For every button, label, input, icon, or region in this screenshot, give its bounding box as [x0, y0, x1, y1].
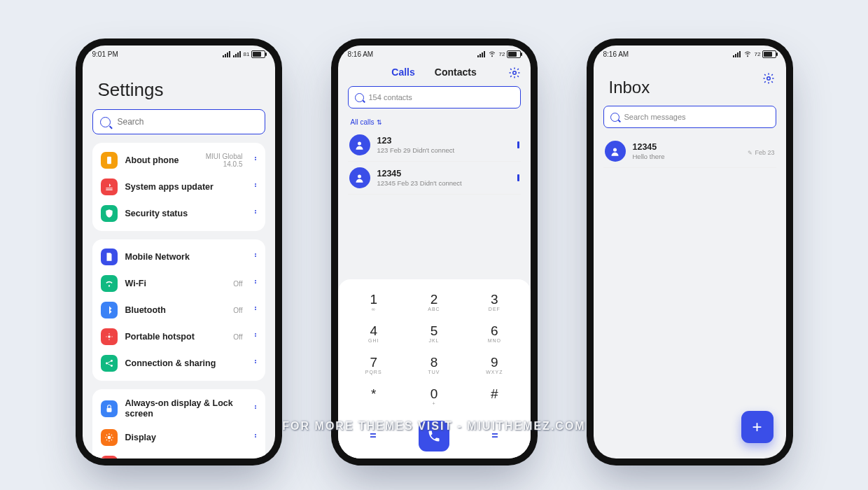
svg-point-4 — [111, 365, 113, 367]
draft-icon: ✎ — [748, 150, 752, 156]
search-icon — [610, 113, 620, 122]
status-bar: 9:01 PM 81 — [83, 46, 275, 62]
chevron-icon — [255, 360, 257, 367]
dialpad-key[interactable]: 2ABC — [404, 288, 464, 316]
call-button[interactable] — [419, 421, 449, 451]
phone-inbox: 8:16 AM 72 Inbox Search messages — [587, 38, 793, 465]
dialpad-key[interactable]: 0+ — [404, 382, 464, 411]
battery-icon: 72 — [499, 50, 521, 58]
signal-icon — [223, 51, 230, 57]
chevron-icon — [255, 405, 257, 412]
contacts-search[interactable]: 154 contacts — [348, 86, 521, 108]
signal-icon — [477, 51, 485, 57]
chevron-icon — [255, 157, 257, 164]
settings-row[interactable]: Wi-Fi Off — [92, 270, 265, 297]
call-item[interactable]: 123 123 Feb 29 Didn't connect — [348, 129, 521, 162]
settings-row[interactable]: Display — [92, 424, 265, 451]
svg-point-3 — [111, 360, 113, 362]
tab-contacts[interactable]: Contacts — [435, 66, 477, 78]
dialpad-key[interactable]: 7PQRS — [344, 351, 404, 379]
chevron-icon — [255, 253, 257, 260]
row-meta: Off — [233, 333, 242, 341]
search-icon — [355, 93, 364, 102]
sim-slot-2[interactable]: = — [481, 430, 509, 442]
compose-button[interactable]: + — [741, 411, 774, 443]
row-label: Bluetooth — [125, 305, 226, 316]
svg-point-1 — [108, 335, 111, 338]
settings-row[interactable]: Bluetooth Off — [92, 297, 265, 323]
gear-icon[interactable] — [762, 72, 775, 88]
msg-preview: Hello there — [633, 153, 741, 160]
search-input[interactable] — [92, 109, 265, 134]
row-label: Security status — [125, 209, 243, 219]
chevron-icon — [255, 210, 257, 217]
settings-row[interactable]: About phone MIUI Global14.0.5 — [92, 147, 265, 174]
row-label: Display — [125, 433, 243, 443]
search-icon — [100, 117, 111, 127]
status-time: 8:16 AM — [603, 50, 629, 58]
hotspot-icon — [101, 328, 118, 345]
settings-row[interactable]: Security status — [92, 200, 265, 227]
row-label: About phone — [125, 155, 198, 166]
chevron-updown-icon: ⇅ — [377, 119, 382, 126]
dialpad-bottom: = = — [338, 416, 531, 458]
person-icon — [349, 134, 370, 155]
row-meta: Off — [233, 280, 242, 288]
chevron-icon — [255, 280, 257, 287]
call-sub: 123 Feb 29 Didn't connect — [377, 146, 510, 154]
settings-row[interactable]: System apps updater — [92, 174, 265, 200]
svg-rect-0 — [107, 157, 111, 164]
dialpad-key[interactable]: 5JKL — [404, 319, 464, 348]
calls-filter[interactable]: All calls ⇅ — [351, 118, 518, 126]
dialpad-key[interactable]: 1∞ — [344, 288, 404, 316]
wifi-icon — [488, 50, 496, 58]
row-label: Always-on display & Lock screen — [125, 398, 243, 419]
wifi-icon — [743, 50, 752, 58]
sim-slot-1[interactable]: = — [359, 430, 387, 442]
dialpad-key[interactable]: * — [344, 382, 404, 411]
msg-name: 12345 — [633, 142, 741, 152]
lock-icon — [101, 400, 118, 417]
signal-icon — [733, 51, 741, 57]
sound-icon — [101, 456, 118, 458]
person-icon — [349, 167, 370, 188]
sun-icon — [101, 429, 118, 446]
dialpad-key[interactable]: 3DEF — [464, 288, 524, 316]
svg-point-11 — [747, 56, 748, 57]
settings-row[interactable]: Portable hotspot Off — [92, 323, 265, 350]
row-label: Wi-Fi — [125, 279, 226, 289]
msg-time: Feb 23 — [755, 149, 774, 156]
dialpad-key[interactable]: 8TUV — [404, 351, 464, 379]
row-meta: Off — [233, 307, 242, 314]
tab-calls[interactable]: Calls — [391, 66, 414, 78]
search-field[interactable] — [116, 116, 258, 127]
svg-point-7 — [491, 56, 492, 57]
svg-point-6 — [107, 436, 111, 440]
gear-icon[interactable] — [508, 66, 521, 82]
settings-group-2: Mobile Network Wi-Fi Off Bluetooth Off P… — [92, 239, 265, 381]
dialpad-key[interactable]: # — [464, 382, 524, 411]
page-title: Inbox — [609, 78, 650, 97]
battery-icon: 72 — [755, 50, 776, 58]
messages-search[interactable]: Search messages — [603, 106, 776, 128]
sim-indicator — [517, 174, 519, 181]
dialpad-key[interactable]: 4GHI — [344, 319, 404, 348]
svg-point-2 — [106, 363, 108, 365]
row-label: Portable hotspot — [125, 332, 226, 342]
share-icon — [101, 355, 118, 372]
dialpad-key[interactable]: 9WXYZ — [464, 351, 524, 379]
settings-row[interactable]: Sound & vibration — [92, 451, 265, 458]
phone-settings: 9:01 PM 81 Settings About phone MIUI Gl — [76, 38, 282, 465]
settings-row[interactable]: Always-on display & Lock screen — [92, 393, 265, 424]
settings-row[interactable]: Mobile Network — [92, 244, 265, 270]
message-item[interactable]: 12345 Hello there ✎Feb 23 — [603, 135, 776, 168]
phone-device-icon — [101, 152, 118, 169]
message-list: 12345 Hello there ✎Feb 23 — [603, 135, 776, 168]
call-item[interactable]: 12345 12345 Feb 23 Didn't connect — [348, 162, 521, 195]
svg-rect-5 — [106, 408, 111, 412]
settings-row[interactable]: Connection & sharing — [92, 350, 265, 377]
svg-point-10 — [358, 174, 361, 178]
status-time: 9:01 PM — [92, 50, 118, 58]
search-placeholder: Search messages — [624, 113, 686, 121]
dialpad-key[interactable]: 6MNO — [464, 319, 524, 348]
